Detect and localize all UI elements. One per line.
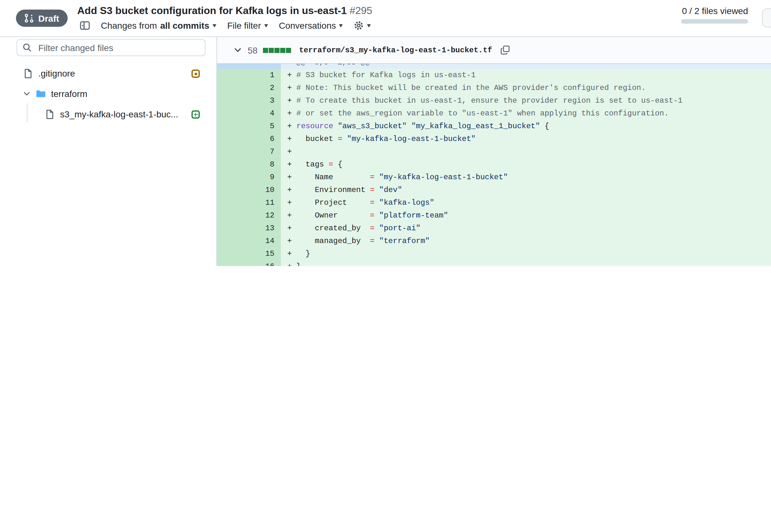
line-number[interactable]: 14 (217, 235, 281, 248)
diff-line: 14+ managed_by = "terraform" (217, 235, 771, 248)
pr-files-changed-page: Draft Add S3 bucket configuration for Ka… (0, 0, 771, 266)
tree-item-gitignore[interactable]: .gitignore (23, 64, 75, 82)
tree-indent-guide (27, 103, 27, 122)
file-icon (23, 68, 33, 78)
tree-item-terraform-folder[interactable]: terraform (23, 85, 87, 103)
gear-icon (354, 20, 364, 31)
changes-count: 58 (248, 45, 257, 55)
line-code: + } (281, 260, 771, 266)
line-number[interactable]: 3 (217, 94, 281, 107)
filter-files-field[interactable] (37, 42, 200, 53)
folder-icon (36, 89, 46, 99)
collapse-diff-chevron-icon[interactable] (233, 46, 242, 54)
diff-line: 9+ Name = "my-kafka-log-east-1-bucket" (217, 171, 771, 184)
diff-line: 8+ tags = { (217, 158, 771, 171)
line-code: + bucket = "my-kafka-log-east-1-bucket" (281, 133, 771, 145)
diff-lines: + 1+ # S3 bucket for Kafka logs in us-ea… (217, 69, 771, 266)
hunk-gutter (217, 64, 281, 69)
hunk-header-text: @@ -0,0 +1,58 @@ (296, 64, 369, 69)
added-file-icon (191, 110, 200, 119)
search-icon (22, 43, 32, 52)
hunk-body: @@ -0,0 +1,58 @@ (281, 64, 771, 69)
line-number[interactable]: 12 (217, 209, 281, 222)
review-changes-button[interactable]: R (762, 8, 771, 27)
files-viewed-progress-bar (681, 19, 748, 24)
line-number[interactable]: 6 (217, 133, 281, 145)
line-code: + # Note: This bucket will be created in… (281, 82, 771, 94)
line-code: + Owner = "platform-team" (281, 209, 771, 222)
tree-item-label: terraform (51, 89, 87, 99)
line-code: + managed_by = "terraform" (281, 235, 771, 248)
diff-line: 2+ # Note: This bucket will be created i… (217, 82, 771, 94)
chevron-down-icon (264, 24, 268, 29)
header-toolbar: Changes from all commits File filter Con… (80, 20, 371, 31)
changes-from-value: all commits (160, 20, 209, 31)
git-pull-request-draft-icon (24, 13, 34, 23)
line-number[interactable]: 2 (217, 82, 281, 94)
tree-item-label: s3_my-kafka-log-east-1-buc... (60, 109, 178, 119)
diff-line: 5+ resource "aws_s3_bucket" "my_kafka_lo… (217, 120, 771, 133)
line-number[interactable]: 8 (217, 158, 281, 171)
draft-badge-label: Draft (38, 13, 59, 23)
modified-file-icon (191, 70, 200, 78)
diff-settings-dropdown[interactable] (354, 20, 371, 31)
pr-number: #295 (349, 5, 372, 16)
diffstat-squares (263, 48, 291, 53)
line-number[interactable]: 1 (217, 69, 281, 82)
diff-line: 16+ } (217, 260, 771, 266)
line-number[interactable]: 4 (217, 107, 281, 120)
diff-line: 12+ Owner = "platform-team" (217, 209, 771, 222)
changes-from-dropdown[interactable]: Changes from all commits (101, 20, 216, 31)
line-code: + # To create this bucket in us-east-1, … (281, 94, 771, 107)
diff-line: 10+ Environment = "dev" (217, 184, 771, 196)
line-number[interactable]: 5 (217, 120, 281, 133)
copy-path-icon[interactable] (501, 45, 510, 55)
line-number[interactable]: 15 (217, 248, 281, 260)
line-code: + # or set the aws_region variable to "u… (281, 107, 771, 120)
filter-changed-files-input[interactable] (17, 39, 205, 56)
diff-line: 1+ # S3 bucket for Kafka logs in us-east… (217, 69, 771, 82)
file-filter-dropdown[interactable]: File filter (227, 20, 268, 31)
line-number[interactable]: 13 (217, 222, 281, 235)
diff-panel: 58 terraform/s3_my-kafka-log-east-1-buck… (216, 37, 771, 266)
tree-item-label: .gitignore (38, 68, 75, 78)
draft-status-badge: Draft (16, 10, 67, 27)
collapse-file-tree-button[interactable] (80, 20, 90, 31)
diff-line: 4+ # or set the aws_region variable to "… (217, 107, 771, 120)
diff-file-header: 58 terraform/s3_my-kafka-log-east-1-buck… (217, 37, 771, 64)
files-viewed-label: 0 / 2 files viewed (682, 6, 748, 16)
line-number[interactable]: 10 (217, 184, 281, 196)
line-code: + created_by = "port-ai" (281, 222, 771, 235)
diff-line: 13+ created_by = "port-ai" (217, 222, 771, 235)
line-number[interactable]: 11 (217, 196, 281, 209)
file-icon (45, 109, 55, 119)
chevron-down-icon (212, 24, 216, 29)
page-header: Draft Add S3 bucket configuration for Ka… (0, 0, 771, 37)
line-code: + Name = "my-kafka-log-east-1-bucket" (281, 171, 771, 184)
line-code: + Environment = "dev" (281, 184, 771, 196)
line-code: + } (281, 248, 771, 260)
files-viewed-progress: 0 / 2 files viewed (681, 6, 748, 24)
line-number[interactable]: 16 (217, 260, 281, 266)
file-tree-sidebar: .gitignore terraform (0, 37, 216, 266)
diff-file-path[interactable]: terraform/s3_my-kafka-log-east-1-bucket.… (299, 46, 492, 55)
line-code: + resource "aws_s3_bucket" "my_kafka_log… (281, 120, 771, 133)
line-number[interactable]: 7 (217, 145, 281, 158)
diff-line: 11+ Project = "kafka-logs" (217, 196, 771, 209)
line-number[interactable]: 9 (217, 171, 281, 184)
diff-line: 3+ # To create this bucket in us-east-1,… (217, 94, 771, 107)
chevron-down-icon (367, 24, 371, 29)
hunk-header-row: @@ -0,0 +1,58 @@ (217, 64, 771, 69)
line-code: + # S3 bucket for Kafka logs in us-east-… (281, 69, 771, 82)
line-code: + Project = "kafka-logs" (281, 196, 771, 209)
diff-line: 15+ } (217, 248, 771, 260)
diff-line: 6+ bucket = "my-kafka-log-east-1-bucket" (217, 133, 771, 145)
pr-title: Add S3 bucket configuration for Kafka lo… (77, 5, 372, 17)
tree-item-s3-bucket-file[interactable]: s3_my-kafka-log-east-1-buc... (45, 105, 178, 123)
chevron-down-icon (23, 90, 31, 98)
diff-line: 7+ (217, 145, 771, 158)
chevron-down-icon (339, 24, 343, 29)
line-code: + (281, 145, 771, 158)
line-code: + tags = { (281, 158, 771, 171)
conversations-dropdown[interactable]: Conversations (279, 20, 343, 31)
